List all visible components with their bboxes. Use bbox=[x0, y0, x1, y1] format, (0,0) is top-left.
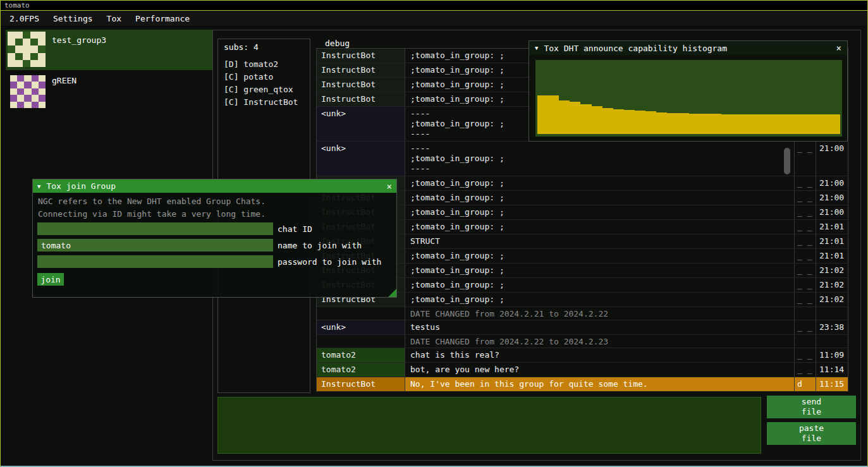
histogram-bar bbox=[797, 114, 808, 134]
identicon-cell bbox=[32, 75, 39, 82]
identicon-cell bbox=[32, 95, 39, 101]
sender-cell: InstructBot bbox=[317, 377, 405, 391]
marks-cell: _ _ bbox=[795, 363, 816, 377]
identicon-cell bbox=[23, 45, 30, 52]
histogram-bar bbox=[743, 114, 754, 134]
send-file-button[interactable]: send file bbox=[767, 396, 856, 418]
identicon-cell bbox=[39, 102, 46, 108]
histogram-bar bbox=[548, 95, 559, 134]
group-item-test_group3[interactable]: test_group3 bbox=[6, 30, 212, 70]
identicon-cell bbox=[24, 82, 31, 88]
identicon-cell bbox=[17, 95, 24, 101]
histogram-window-title: Tox DHT announce capability histogram bbox=[544, 44, 727, 53]
join-name-field-row: name to join with bbox=[37, 239, 392, 252]
histogram-bars bbox=[537, 61, 840, 134]
histogram-bar bbox=[786, 114, 797, 134]
histogram-bar bbox=[580, 104, 591, 134]
paste-file-button[interactable]: paste file bbox=[767, 422, 856, 445]
subs-list: [D] tomato2[C] potato[C] green_qtox[C] I… bbox=[218, 58, 310, 109]
resize-grip[interactable] bbox=[388, 289, 396, 297]
menu-item-tox[interactable]: Tox bbox=[100, 11, 128, 26]
message-cell: DATE CHANGED from 2024.2.21 to 2024.2.22 bbox=[405, 307, 795, 320]
chat-id-input[interactable] bbox=[37, 222, 273, 235]
join-button[interactable]: join bbox=[37, 273, 64, 286]
collapse-icon[interactable]: ▼ bbox=[37, 183, 40, 190]
histogram-bar bbox=[819, 114, 829, 134]
group-item-gREEN[interactable]: gREEN bbox=[6, 70, 212, 111]
join-name-input[interactable] bbox=[37, 239, 273, 252]
marks-cell: _ _ bbox=[795, 348, 816, 362]
group-identicon bbox=[8, 32, 46, 67]
marks-cell: _ _ bbox=[795, 320, 816, 334]
sender-cell: tomato2 bbox=[317, 363, 405, 377]
message-cell: ;tomato_in_group: ; bbox=[405, 176, 795, 190]
histogram-bar bbox=[764, 114, 775, 134]
subs-item-InstructBot[interactable]: [C] InstructBot bbox=[218, 96, 310, 109]
menu-item-performance[interactable]: Performance bbox=[128, 11, 197, 26]
histogram-bar bbox=[624, 110, 635, 134]
chat-scrollbar[interactable] bbox=[784, 148, 790, 174]
identicon-cell bbox=[39, 95, 46, 101]
histogram-bar bbox=[732, 114, 743, 134]
marks-cell bbox=[795, 335, 816, 348]
join-password-input[interactable] bbox=[37, 255, 273, 268]
identicon-cell bbox=[8, 60, 15, 67]
marks-cell: d bbox=[795, 377, 816, 391]
identicon-cell bbox=[17, 75, 24, 82]
subs-item-green_qtox[interactable]: [C] green_qtox bbox=[218, 83, 310, 96]
join-window-titlebar[interactable]: ▼ Tox join Group × bbox=[33, 179, 396, 193]
message-cell: ;tomato_in_group: ; bbox=[405, 191, 795, 205]
histogram-bar bbox=[700, 114, 711, 134]
join-group-window: ▼ Tox join Group × NGC refers to the New… bbox=[32, 179, 397, 298]
identicon-cell bbox=[38, 53, 46, 60]
message-cell: No, I've been in this group for quite so… bbox=[405, 377, 795, 391]
identicon-cell bbox=[24, 88, 31, 95]
sender-cell bbox=[317, 335, 405, 348]
message-cell: ;tomato_in_group: ; bbox=[405, 220, 795, 234]
identicon-cell bbox=[30, 45, 38, 52]
message-cell: ;tomato_in_group: ; bbox=[405, 278, 795, 292]
identicon-cell bbox=[15, 53, 23, 60]
marks-cell: _ _ bbox=[795, 220, 816, 234]
identicon-cell bbox=[15, 32, 23, 39]
collapse-icon[interactable]: ▼ bbox=[535, 45, 538, 51]
menu-bar: 2.0FPSSettingsToxPerformance bbox=[1, 11, 867, 27]
marks-cell: _ _ bbox=[795, 264, 816, 277]
identicon-cell bbox=[15, 39, 23, 45]
identicon-cell bbox=[32, 88, 39, 95]
sender-cell: InstructBot bbox=[317, 92, 405, 106]
histogram-bar bbox=[689, 114, 700, 134]
table-row: tomato2bot, are you new here?_ _11:14 bbox=[317, 363, 848, 377]
histogram-bar bbox=[635, 111, 645, 134]
identicon-cell bbox=[15, 45, 23, 52]
identicon-cell bbox=[38, 60, 46, 67]
message-cell: bot, are you new here? bbox=[405, 363, 795, 377]
group-identicon bbox=[10, 75, 46, 108]
identicon-cell bbox=[10, 102, 17, 108]
histogram-window-titlebar[interactable]: ▼ Tox DHT announce capability histogram … bbox=[529, 41, 847, 55]
close-icon[interactable]: × bbox=[387, 181, 392, 191]
subs-item-tomato2[interactable]: [D] tomato2 bbox=[218, 58, 310, 71]
identicon-cell bbox=[8, 32, 15, 39]
join-name-label: name to join with bbox=[278, 241, 362, 250]
message-cell: chat is this real? bbox=[405, 348, 795, 362]
marks-cell: _ _ bbox=[795, 278, 816, 292]
menu-item-settings[interactable]: Settings bbox=[46, 11, 100, 26]
message-input[interactable] bbox=[217, 397, 761, 454]
close-icon[interactable]: × bbox=[836, 43, 841, 53]
chat-id-label: chat ID bbox=[278, 224, 312, 234]
subs-item-potato[interactable]: [C] potato bbox=[218, 71, 310, 83]
identicon-cell bbox=[23, 39, 30, 45]
join-window-title: Tox join Group bbox=[46, 181, 116, 191]
histogram-bar bbox=[678, 113, 688, 134]
send-file-label-line2: file bbox=[802, 407, 821, 417]
sender-cell: tomato2 bbox=[317, 348, 405, 362]
send-file-label-line1: send bbox=[802, 397, 821, 407]
chat-id-field-row: chat ID bbox=[37, 222, 392, 235]
identicon-cell bbox=[24, 95, 31, 101]
time-cell: 23:38 bbox=[816, 320, 848, 334]
histogram-bar bbox=[592, 106, 602, 134]
group-name: gREEN bbox=[52, 76, 76, 111]
identicon-cell bbox=[38, 39, 46, 45]
time-cell: 21:00 bbox=[816, 142, 848, 176]
